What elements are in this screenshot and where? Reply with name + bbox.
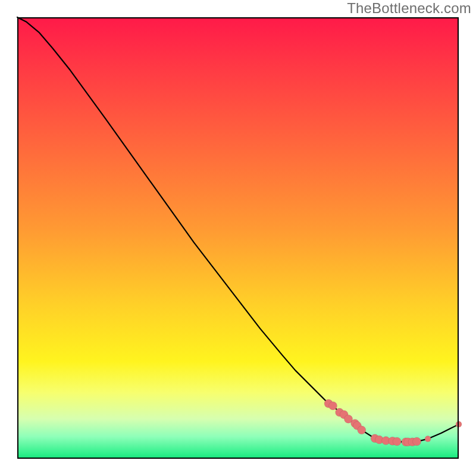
data-marker <box>425 436 431 442</box>
data-marker <box>413 437 421 446</box>
plot-svg <box>17 17 459 459</box>
bottleneck-curve <box>17 17 459 442</box>
data-marker <box>456 421 462 427</box>
data-marker <box>329 402 337 410</box>
watermark-source: TheBottleneck.com <box>347 0 471 17</box>
data-marker <box>393 437 401 446</box>
plot-area <box>17 17 459 459</box>
chart-container: TheBottleneck.com <box>0 0 476 476</box>
data-marker <box>358 426 366 434</box>
